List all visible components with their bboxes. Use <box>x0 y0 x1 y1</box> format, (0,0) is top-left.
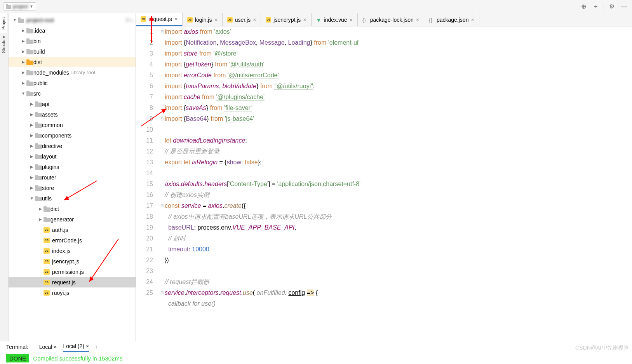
svg-rect-13 <box>26 70 30 71</box>
tree-item-components[interactable]: ▶components <box>9 130 136 141</box>
svg-rect-15 <box>26 80 30 82</box>
svg-rect-20 <box>35 113 42 117</box>
tree-item-ruoyi-js[interactable]: JSruoyi.js <box>9 287 136 298</box>
tab-login-js[interactable]: JSlogin.js× <box>183 13 223 26</box>
svg-rect-23 <box>35 122 38 124</box>
close-icon[interactable]: × <box>174 16 178 22</box>
collapse-icon[interactable]: ÷ <box>591 2 601 11</box>
fold-column[interactable]: ⊟⊟⊟⊟ <box>159 26 165 341</box>
tree-item-store[interactable]: ▶store <box>9 183 136 193</box>
tab-request-js[interactable]: JSrequest.js× <box>136 13 183 26</box>
tree-item-public[interactable]: ▶public <box>9 78 136 88</box>
tree-item-request-js[interactable]: JSrequest.js <box>9 277 136 287</box>
terminal-tab-local2[interactable]: Local (2) × <box>63 341 89 352</box>
svg-rect-36 <box>35 197 42 201</box>
svg-rect-27 <box>35 143 38 145</box>
tree-item-auth-js[interactable]: JSauth.js <box>9 225 136 235</box>
target-icon[interactable]: ⊕ <box>579 2 588 11</box>
svg-rect-12 <box>26 71 33 75</box>
svg-rect-32 <box>35 176 42 180</box>
svg-rect-4 <box>26 29 33 33</box>
close-icon[interactable]: × <box>253 17 256 23</box>
tree-item-jsencrypt-js[interactable]: JSjsencrypt.js <box>9 256 136 266</box>
svg-rect-33 <box>35 175 38 176</box>
svg-rect-1 <box>6 4 8 5</box>
svg-rect-24 <box>35 134 42 138</box>
project-tree[interactable]: ▼project-rootD:\...▶.idea▶bin▶build▶dist… <box>9 13 136 341</box>
close-icon[interactable]: × <box>214 17 217 23</box>
tree-item-build[interactable]: ▶build <box>9 46 136 57</box>
svg-rect-28 <box>35 155 42 159</box>
terminal-tab-local[interactable]: Local × <box>39 342 57 352</box>
close-icon[interactable]: × <box>303 17 306 23</box>
tab-package-lock-json[interactable]: {}package-lock.json× <box>358 13 424 26</box>
tree-item-src[interactable]: ▼src <box>9 88 136 99</box>
svg-rect-30 <box>35 165 42 170</box>
tree-item-plugins[interactable]: ▶plugins <box>9 162 136 172</box>
svg-rect-21 <box>35 112 38 113</box>
code-content[interactable]: import axios from 'axios'import {Notific… <box>165 26 632 341</box>
tree-item-bin[interactable]: ▶bin <box>9 36 136 46</box>
svg-rect-18 <box>35 103 42 107</box>
chevron-down-icon: ▼ <box>30 4 33 9</box>
editor-area: JSrequest.js×JSlogin.js×JSuser.js×JSjsen… <box>136 13 632 341</box>
svg-rect-14 <box>26 82 33 86</box>
svg-rect-19 <box>35 101 38 103</box>
tree-item-permission-js[interactable]: JSpermission.js <box>9 266 136 277</box>
vtab-structure[interactable]: Structure <box>0 33 7 56</box>
tab-user-js[interactable]: JSuser.js× <box>223 13 261 26</box>
tab-jsencrypt-js[interactable]: JSjsencrypt.js× <box>261 13 311 26</box>
svg-rect-25 <box>35 133 38 134</box>
gear-icon[interactable]: ⚙ <box>607 2 616 11</box>
tree-item-layout[interactable]: ▶layout <box>9 151 136 162</box>
tab-index-vue[interactable]: ▼index.vue× <box>312 13 358 26</box>
tree-item-directive[interactable]: ▶directive <box>9 141 136 151</box>
svg-rect-41 <box>44 217 47 218</box>
close-icon[interactable]: × <box>86 343 89 349</box>
svg-rect-40 <box>44 218 50 222</box>
svg-rect-11 <box>26 59 30 61</box>
terminal-tabs: Terminal: Local × Local (2) × + <box>0 341 632 352</box>
tree-item-dist[interactable]: ▶dist <box>9 57 136 67</box>
svg-rect-10 <box>26 61 33 65</box>
editor-tabs: JSrequest.js×JSlogin.js×JSuser.js×JSjsen… <box>136 13 632 26</box>
tree-item-index-js[interactable]: JSindex.js <box>9 246 136 256</box>
svg-rect-2 <box>18 19 24 23</box>
svg-rect-0 <box>6 5 11 9</box>
svg-rect-26 <box>35 145 42 149</box>
vtab-project[interactable]: Project <box>0 13 7 33</box>
terminal-output: DONE Compiled successfully in 15302ms <box>0 352 632 364</box>
close-icon[interactable]: × <box>416 17 419 23</box>
tree-item-assets[interactable]: ▶assets <box>9 109 136 120</box>
add-terminal-icon[interactable]: + <box>95 344 98 350</box>
svg-rect-17 <box>26 91 30 92</box>
tree-item-generator[interactable]: ▶generator <box>9 214 136 225</box>
close-icon[interactable]: × <box>471 17 474 23</box>
minimize-icon[interactable]: — <box>620 2 629 11</box>
tree-item-node_modules[interactable]: ▶node_moduleslibrary root <box>9 67 136 78</box>
svg-rect-3 <box>18 17 21 19</box>
done-badge: DONE <box>6 354 29 362</box>
tree-item--idea[interactable]: ▶.idea <box>9 25 136 36</box>
tab-package-json[interactable]: {}package.json× <box>424 13 479 26</box>
tree-item-router[interactable]: ▶router <box>9 172 136 183</box>
svg-rect-37 <box>35 196 38 197</box>
svg-rect-9 <box>26 49 30 51</box>
code-editor[interactable]: 1234567891011121314151617181920212223242… <box>136 26 632 341</box>
terminal-title: Terminal: <box>6 344 28 350</box>
svg-rect-8 <box>26 50 33 54</box>
tree-item-dict[interactable]: ▶dict <box>9 204 136 214</box>
project-label: project <box>13 3 28 9</box>
tree-item-api[interactable]: ▶api <box>9 99 136 109</box>
vertical-tabs: Project Structure <box>0 13 9 341</box>
svg-rect-35 <box>35 185 38 187</box>
tree-item-utils[interactable]: ▼utils <box>9 193 136 204</box>
project-dropdown[interactable]: project ▼ <box>3 2 36 10</box>
svg-rect-31 <box>35 164 38 166</box>
svg-rect-7 <box>26 38 30 40</box>
svg-rect-29 <box>35 154 38 155</box>
tree-item-errorCode-js[interactable]: JSerrorCode.js <box>9 235 136 246</box>
tree-item-common[interactable]: ▶common <box>9 120 136 130</box>
close-icon[interactable]: × <box>54 344 57 350</box>
close-icon[interactable]: × <box>349 17 352 23</box>
